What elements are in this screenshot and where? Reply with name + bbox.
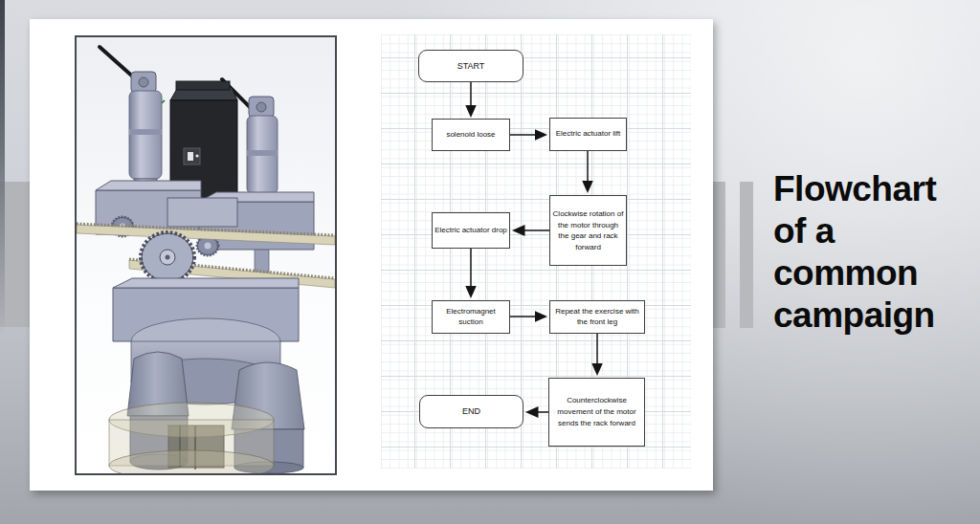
flowchart-node-end: END — [419, 395, 523, 428]
flowchart-node-counterclockwise-movement: Counterclockwise movement of the motor s… — [548, 378, 645, 447]
right-accent-bar-1 — [711, 182, 725, 328]
presentation-slide: START solenoid loose Electric actuator l… — [0, 0, 980, 524]
slide-content-sheet: START solenoid loose Electric actuator l… — [30, 19, 713, 491]
flowchart-node-repeat-exercise: Repeat the exercise with the front leg — [549, 300, 645, 334]
slide-title-line-4: campaign — [773, 295, 980, 337]
node-label: START — [457, 61, 485, 72]
slide-title-line-2: of a — [773, 210, 980, 252]
node-label: solenoid loose — [446, 130, 495, 141]
flowchart-node-clockwise-rotation: Clockwise rotation of the motor through … — [549, 195, 627, 266]
node-label: Electric actuator drop — [434, 226, 507, 236]
node-label: Counterclockwise movement of the motor s… — [551, 395, 642, 429]
flowchart-node-actuator-drop: Electric actuator drop — [432, 212, 510, 249]
slide-title: Flowchart of a common campaign — [773, 168, 980, 337]
node-label: Clockwise rotation of the motor through … — [552, 208, 624, 252]
flowchart-node-solenoid-loose: solenoid loose — [432, 119, 510, 151]
cad-model-figure — [75, 35, 337, 475]
left-edge-shadow-strip — [0, 0, 5, 337]
slide-title-line-3: common — [773, 252, 980, 295]
spur-gear — [141, 232, 194, 282]
glass-canister — [109, 403, 274, 473]
cad-model-illustration — [77, 37, 335, 473]
flowchart-node-electromagnet-suction: Electromagnet suction — [432, 300, 510, 334]
flowchart-node-actuator-lift: Electric actuator lift — [549, 118, 627, 151]
right-accent-bar-2 — [740, 182, 753, 328]
node-label: Electric actuator lift — [556, 129, 621, 140]
node-label: END — [462, 406, 480, 417]
node-label: Repeat the exercise with the front leg — [552, 307, 642, 327]
flowchart-grid-panel: START solenoid loose Electric actuator l… — [381, 34, 691, 469]
slide-title-line-1: Flowchart — [773, 168, 980, 210]
node-label: Electromagnet suction — [434, 307, 507, 327]
flowchart-node-start: START — [418, 50, 523, 82]
left-antenna-rod — [100, 47, 136, 79]
